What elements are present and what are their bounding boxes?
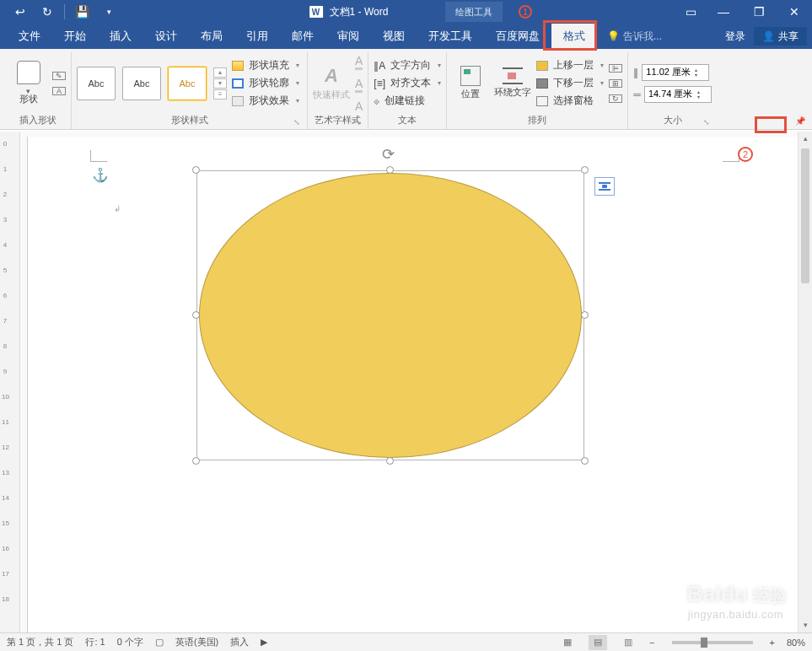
style-preset-1[interactable]: Abc [77,67,116,100]
status-words[interactable]: 0 个字 [117,636,143,648]
tab-baidu[interactable]: 百度网盘 [484,24,551,49]
restore-button[interactable]: ❐ [741,0,777,24]
resize-handle-s[interactable] [386,457,394,465]
selection-pane-button[interactable]: 选择窗格 [536,94,604,108]
bulb-icon: 💡 [607,30,620,42]
group-arrange: 位置 环绕文字 上移一层▾ 下移一层▾ 选择窗格 ⊫ ⊞ ↻ 排列 [447,52,628,129]
align-button[interactable]: ⊫ [609,64,622,73]
wrap-icon [503,67,523,84]
annotation-2: 2 [738,147,753,162]
close-button[interactable]: ✕ [777,0,812,24]
gallery-more[interactable]: ≡ [213,89,227,100]
margin-marker-right [723,150,739,162]
style-preset-2[interactable]: Abc [122,67,161,100]
gallery-up[interactable]: ▴ [213,67,227,78]
rotate-handle[interactable]: ⟳ [382,145,399,162]
style-preset-3[interactable]: Abc [168,67,207,100]
scroll-thumb[interactable] [801,148,809,283]
resize-handle-w[interactable] [192,311,200,319]
tab-developer[interactable]: 开发工具 [417,24,484,49]
position-button[interactable]: 位置 [452,56,489,111]
create-link-button: ⟐创建链接 [374,94,441,108]
resize-handle-n[interactable] [386,166,394,174]
edit-shape-button[interactable]: ✎ [52,72,66,80]
view-read-button[interactable]: ▦ [558,635,577,650]
text-box-button[interactable]: A [52,87,66,95]
login-button[interactable]: 登录 [717,30,754,44]
status-proofing-icon[interactable]: ▢ [155,637,164,648]
zoom-slider[interactable] [672,641,753,644]
tab-design[interactable]: 设计 [143,24,189,49]
shapes-button[interactable]: 形状 [10,56,47,111]
resize-handle-sw[interactable] [192,457,200,465]
redo-button[interactable]: ↻ [34,0,61,24]
tab-view[interactable]: 视图 [371,24,417,49]
tab-file[interactable]: 文件 [7,24,52,49]
status-insert-mode[interactable]: 插入 [230,636,249,648]
zoom-level[interactable]: 80% [787,638,805,648]
send-backward-button[interactable]: 下移一层▾ [536,76,604,90]
vertical-scrollbar[interactable]: ▴ ▾ [798,132,812,632]
tab-mailings[interactable]: 邮件 [280,24,325,49]
text-direction-icon: ‖A [374,60,385,72]
save-button[interactable]: 💾 [68,0,95,24]
scroll-up[interactable]: ▴ [799,132,812,146]
gallery-down[interactable]: ▾ [213,78,227,89]
size-launcher[interactable]: ⤡ [702,117,712,127]
tell-me-search[interactable]: 💡 告诉我... [607,24,662,49]
vertical-ruler[interactable]: /*ticks rendered statically*/ 0123456789… [0,132,20,632]
page[interactable]: ⚓ ↲ ⟳ [27,137,812,632]
zoom-in-button[interactable]: + [770,638,775,648]
shape-styles-launcher[interactable]: ⤡ [292,117,302,127]
share-button[interactable]: 👤 共享 [754,27,807,46]
ribbon-display-button[interactable]: ▭ [675,0,706,24]
tab-layout[interactable]: 布局 [189,24,234,49]
status-macro-icon[interactable]: ▶ [261,637,267,648]
person-icon: 👤 [762,30,775,42]
text-fill-icon: A [355,54,363,70]
status-line[interactable]: 行: 1 [85,636,105,648]
layout-options-button[interactable] [594,177,615,196]
resize-handle-e[interactable] [581,311,589,319]
text-effects-icon: A [355,100,363,113]
shape-style-gallery[interactable]: Abc Abc Abc ▴ ▾ ≡ [77,67,227,100]
height-icon: ‖ [633,67,638,78]
minimize-button[interactable]: — [706,0,741,24]
status-language[interactable]: 英语(美国) [175,636,218,648]
tab-references[interactable]: 引用 [234,24,280,49]
resize-handle-se[interactable] [581,457,589,465]
group-button[interactable]: ⊞ [609,79,622,88]
tab-format[interactable]: 格式 [551,24,597,49]
height-input[interactable]: 11.02 厘米▴▾ [642,64,709,81]
annotation-1: 1 [519,5,532,19]
view-print-button[interactable]: ▤ [589,635,607,650]
tab-home[interactable]: 开始 [52,24,98,49]
rotate-button[interactable]: ↻ [609,94,622,103]
view-web-button[interactable]: ▥ [619,635,637,650]
bring-forward-button[interactable]: 上移一层▾ [536,58,604,73]
status-page[interactable]: 第 1 页，共 1 页 [7,636,73,648]
zoom-out-button[interactable]: − [649,638,654,648]
tab-review[interactable]: 审阅 [325,24,371,49]
shape-effects-button[interactable]: 形状效果▾ [232,94,299,108]
scroll-down[interactable]: ▾ [799,618,812,632]
selection-frame [196,170,584,460]
group-label-text: 文本 [374,114,441,129]
group-label-insert-shapes: 插入形状 [10,114,66,129]
qat-customize[interactable]: ▾ [95,0,122,24]
width-input[interactable]: 14.74 厘米▴▾ [644,86,712,103]
collapse-ribbon-button[interactable]: 📌 [793,115,807,127]
wordart-launcher[interactable]: ⤡ [352,117,363,127]
undo-button[interactable]: ↩ [7,0,34,24]
fill-icon [232,61,244,71]
statusbar: 第 1 页，共 1 页 行: 1 0 个字 ▢ 英语(美国) 插入 ▶ ▦ ▤ … [0,632,812,651]
resize-handle-nw[interactable] [192,166,200,174]
shape-selection[interactable]: ⟳ [196,170,584,460]
wrap-text-button[interactable]: 环绕文字 [494,56,531,111]
paragraph-mark: ↲ [114,204,121,213]
group-label-shape-styles: 形状样式⤡ [77,114,302,129]
resize-handle-ne[interactable] [581,166,589,174]
tab-insert[interactable]: 插入 [98,24,143,49]
shape-outline-button[interactable]: 形状轮廓▾ [232,76,299,90]
shape-fill-button[interactable]: 形状填充▾ [232,58,299,73]
